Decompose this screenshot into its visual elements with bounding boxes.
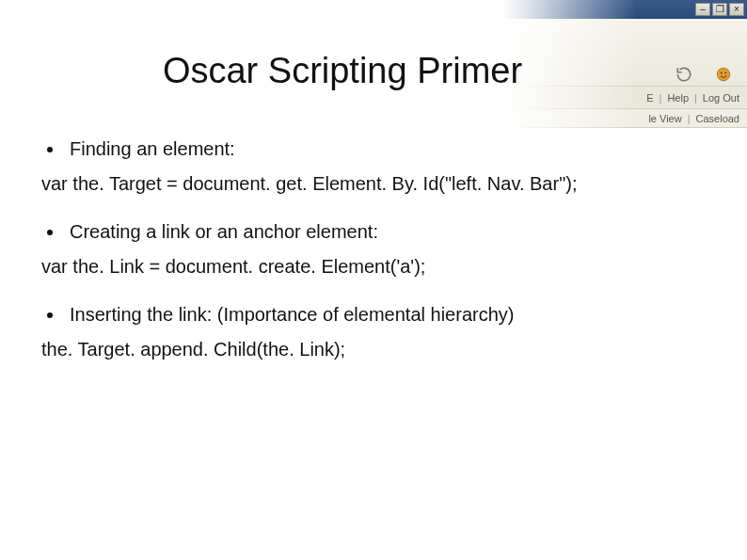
code-line: var the. Link = document. create. Elemen… (41, 256, 706, 278)
bullet-label: Inserting the link: (Importance of eleme… (70, 304, 514, 326)
bullet-icon (47, 312, 53, 318)
code-line: the. Target. append. Child(the. Link); (41, 339, 706, 360)
bullet-icon (47, 230, 53, 235)
bullet-item: Creating a link or an anchor element: (41, 221, 706, 243)
code-line: var the. Target = document. get. Element… (41, 173, 706, 195)
bullet-item: Inserting the link: (Importance of eleme… (41, 304, 706, 326)
slide-title: Oscar Scripting Primer (98, 51, 587, 91)
bullet-icon (47, 147, 53, 152)
bullet-label: Creating a link or an anchor element: (70, 221, 378, 243)
bullet-label: Finding an element: (70, 138, 235, 160)
slide-content: Oscar Scripting Primer Finding an elemen… (0, 0, 747, 421)
bullet-item: Finding an element: (41, 138, 706, 160)
